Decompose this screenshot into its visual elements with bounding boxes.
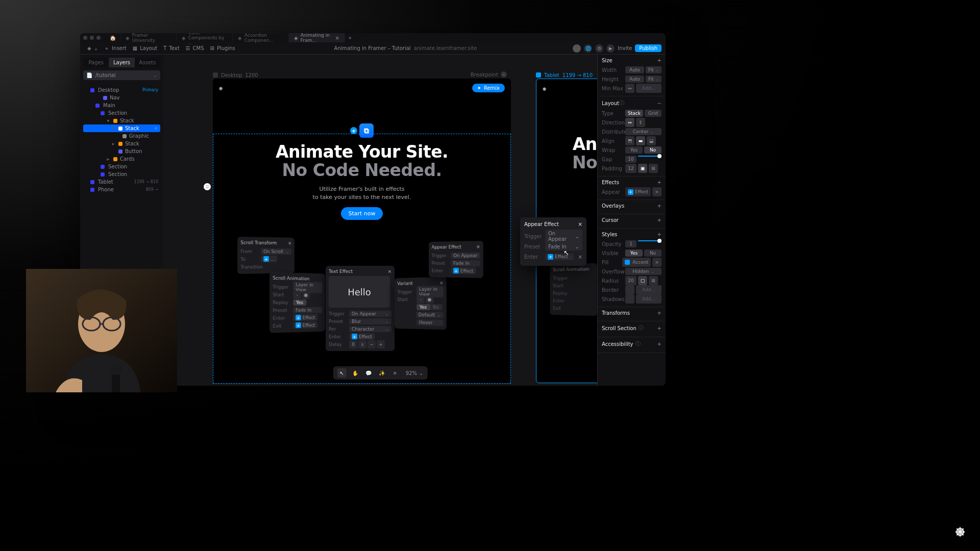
info-icon[interactable]: ⓘ [639, 324, 644, 332]
visible-yes[interactable]: Yes [625, 249, 643, 257]
appear-effect-chip[interactable]: +Effect [625, 187, 651, 196]
preset-dropdown[interactable]: Fade In [293, 307, 322, 313]
layout-button[interactable]: ▦Layout [130, 45, 160, 51]
remove-icon[interactable]: × [652, 258, 662, 267]
layer-button[interactable]: Button [83, 147, 160, 155]
close-icon[interactable]: × [387, 269, 391, 274]
hero-stack[interactable]: ◈ ⧉ Animate Your Site. No Code Needed. U… [213, 123, 511, 220]
gap-value[interactable]: 10 [625, 156, 636, 163]
layer-cards[interactable]: ▸Cards [83, 155, 160, 163]
user-avatar[interactable] [573, 44, 581, 53]
padding-value[interactable]: 12 [625, 164, 636, 173]
layer-phone[interactable]: ▸Phone809 → [83, 186, 160, 193]
theme-toggle[interactable]: ☀ [390, 368, 400, 378]
width-fit-dropdown[interactable]: Fit [646, 66, 662, 73]
layer-main[interactable]: ▾Main [83, 102, 160, 109]
hand-tool[interactable]: ✋ [351, 368, 360, 378]
trigger-dropdown[interactable]: On Appear⌄ [545, 230, 582, 243]
remix-button[interactable]: ✦Remix [472, 84, 505, 92]
tab-pages[interactable]: Pages [83, 58, 109, 67]
plus-icon[interactable]: + [657, 203, 662, 209]
expand-arrow-icon[interactable]: ▸ [111, 141, 116, 146]
gap-slider[interactable] [638, 156, 662, 157]
comment-tool[interactable]: 💬 [364, 368, 373, 378]
breakpoint-add[interactable]: Breakpoint + [471, 71, 507, 78]
tab-accordion[interactable]: ◈Accordion Componen... [233, 33, 289, 42]
visible-no[interactable]: No [644, 249, 662, 257]
radius-corners-icon[interactable]: ⊞ [649, 276, 658, 285]
align-start-icon[interactable]: ⬒ [625, 136, 634, 145]
radius-value[interactable]: 20 [625, 276, 636, 285]
layer-section[interactable]: ▸Section [83, 170, 160, 178]
expand-arrow-icon[interactable]: ▾ [111, 126, 116, 131]
info-icon[interactable]: ⓘ [635, 340, 641, 347]
cursor-tool[interactable]: ↖ [337, 368, 347, 378]
expand-arrow-icon[interactable]: ▾ [106, 118, 111, 123]
trigger-dropdown[interactable]: On Appear [451, 252, 480, 258]
padding-sides-icon[interactable]: ⊞ [649, 164, 658, 173]
tab-animating[interactable]: ◈Animating in Fram...× [289, 33, 345, 42]
delay-stepper[interactable]: 0s−+ [349, 340, 385, 348]
enter-effect[interactable]: +Effect [451, 267, 476, 274]
height-fit-dropdown[interactable]: Fit [646, 76, 662, 83]
exit-effect[interactable]: +Effect [293, 321, 317, 329]
cms-button[interactable]: ☰CMS [183, 45, 207, 51]
replay-toggle[interactable]: Yes [293, 299, 306, 305]
minus-icon[interactable]: − [657, 101, 662, 106]
overflow-dropdown[interactable]: Hidden [625, 268, 662, 275]
opacity-slider[interactable] [638, 240, 662, 241]
plus-icon[interactable]: + [657, 180, 662, 185]
preset-dropdown[interactable]: Fade In [451, 260, 480, 266]
plus-icon[interactable]: + [657, 232, 662, 237]
layer-nav[interactable]: Nav [83, 94, 160, 102]
gear-icon[interactable]: ⚙ [595, 44, 603, 53]
preset-dropdown[interactable]: Blur [349, 318, 391, 324]
home-tab[interactable]: 🏠 [106, 33, 120, 42]
close-icon[interactable]: × [335, 35, 339, 41]
close-icon[interactable]: × [439, 280, 444, 285]
enter-effect-chip[interactable]: +Effect [545, 254, 574, 260]
zoom-level[interactable]: 92% ⌄ [406, 370, 424, 376]
close-icon[interactable]: × [578, 221, 582, 227]
enter-effect[interactable]: +Effect [293, 314, 317, 321]
text-button[interactable]: TText [160, 45, 182, 51]
tab-framer-university[interactable]: ◈Framer University [120, 33, 177, 42]
invite-button[interactable]: Invite [618, 45, 632, 51]
publish-button[interactable]: Publish [635, 44, 662, 52]
align-end-icon[interactable]: ⬓ [647, 136, 656, 145]
per-dropdown[interactable]: Character [349, 326, 391, 332]
width-value[interactable]: Auto [625, 66, 644, 73]
to-effect[interactable]: +… [261, 256, 277, 262]
wrap-no[interactable]: No [644, 146, 662, 154]
hover-dropdown[interactable]: Hover [416, 319, 443, 325]
plugins-button[interactable]: ⊞Plugins [207, 45, 238, 51]
frame-header-tablet[interactable]: Tablet 1199 → 810 [536, 71, 597, 79]
remove-icon[interactable]: × [578, 254, 582, 260]
plus-icon[interactable]: + [657, 58, 662, 63]
border-swatch[interactable] [625, 285, 634, 294]
tab-code-components[interactable]: ◈Code Components by ... [177, 33, 233, 42]
plus-icon[interactable]: + [657, 217, 662, 223]
close-icon[interactable]: × [476, 244, 480, 249]
type-grid[interactable]: Grid [645, 110, 662, 117]
direction-vertical-icon[interactable]: ↕ [636, 118, 645, 127]
padding-uniform-icon[interactable]: ▣ [638, 164, 647, 173]
layer-section[interactable]: ▸Section [83, 163, 160, 170]
plus-icon[interactable]: + [657, 341, 662, 347]
tab-layers[interactable]: Layers [109, 58, 134, 67]
close-icon[interactable]: × [288, 241, 291, 246]
app-menu-button[interactable]: ◈⌄ [84, 45, 101, 51]
page-selector[interactable]: 📄 /tutorial [83, 70, 160, 80]
plus-icon[interactable]: + [657, 325, 662, 331]
minmax-axis-icon[interactable] [625, 84, 634, 93]
shadow-swatch[interactable] [625, 294, 634, 304]
plus-icon[interactable]: + [657, 310, 662, 316]
shadows-add[interactable]: Add... [636, 294, 662, 304]
effects-tool[interactable]: ✨ [377, 368, 386, 378]
direction-horizontal-icon[interactable]: ↔ [625, 118, 634, 127]
layer-stack[interactable]: ▸Stack [83, 140, 160, 147]
type-stack[interactable]: Stack [625, 110, 643, 117]
default-dropdown[interactable]: Default [416, 311, 444, 318]
layer-tablet[interactable]: ▸Tablet1199 → 810 [83, 178, 160, 186]
fill-picker[interactable]: Accent [622, 258, 651, 267]
